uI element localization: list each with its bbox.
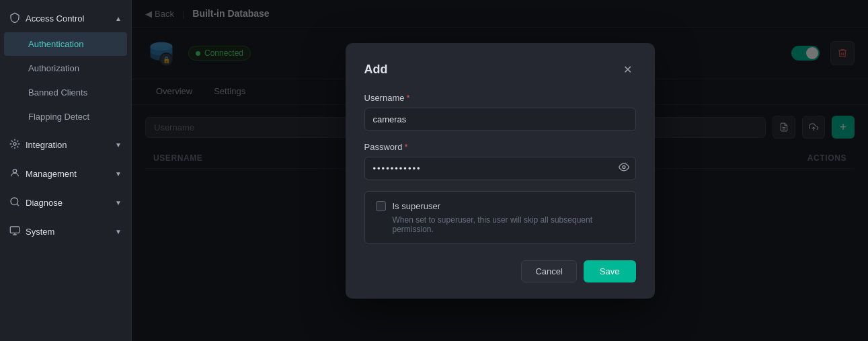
- chevron-down-icon-4: ▼: [115, 228, 122, 235]
- sidebar-section-access-control: Access Control ▲ Authentication Authoriz…: [0, 5, 131, 129]
- management-icon: [9, 167, 20, 180]
- sidebar-section-system: System ▼: [0, 219, 131, 245]
- chevron-down-icon-2: ▼: [115, 170, 122, 178]
- modal-header: Add ✕: [364, 62, 636, 78]
- svg-rect-3: [10, 227, 19, 233]
- sidebar-item-authentication[interactable]: Authentication: [4, 32, 127, 56]
- cancel-button[interactable]: Cancel: [521, 260, 576, 282]
- sidebar-group-management[interactable]: Management ▼: [0, 161, 131, 187]
- sidebar-group-label-diagnose: Diagnose: [26, 198, 63, 208]
- username-input[interactable]: [364, 108, 636, 131]
- svg-point-2: [11, 198, 18, 205]
- sidebar-item-flapping-detect[interactable]: Flapping Detect: [4, 105, 127, 128]
- main-content: ◀ Back | Built-in Database 🔒 Connected: [132, 0, 868, 341]
- password-input[interactable]: [364, 157, 636, 180]
- modal-close-button[interactable]: ✕: [620, 62, 636, 78]
- password-required-star: *: [405, 142, 408, 152]
- sidebar-group-diagnose[interactable]: Diagnose ▼: [0, 190, 131, 216]
- superuser-label: Is superuser: [393, 201, 441, 211]
- sidebar-group-label-integration: Integration: [26, 140, 67, 150]
- sidebar-item-authorization[interactable]: Authorization: [4, 56, 127, 80]
- password-wrap: [364, 157, 636, 180]
- superuser-box: Is superuser When set to superuser, this…: [364, 191, 636, 244]
- superuser-checkbox[interactable]: [376, 201, 386, 211]
- username-required-star: *: [406, 93, 409, 103]
- shield-icon: [9, 12, 20, 25]
- sidebar-group-label-management: Management: [26, 169, 77, 179]
- chevron-up-icon: ▲: [115, 15, 122, 22]
- svg-point-10: [623, 166, 625, 169]
- sidebar-item-banned-clients[interactable]: Banned Clients: [4, 81, 127, 104]
- add-modal: Add ✕ Username * Password *: [346, 43, 655, 299]
- sidebar-group-label-access-control: Access Control: [26, 13, 84, 24]
- sidebar-group-integration[interactable]: Integration ▼: [0, 132, 131, 158]
- password-label: Password *: [364, 142, 636, 152]
- save-button[interactable]: Save: [584, 260, 636, 282]
- chevron-down-icon-3: ▼: [115, 199, 122, 206]
- modal-footer: Cancel Save: [364, 260, 636, 282]
- chevron-down-icon: ▼: [115, 141, 122, 149]
- sidebar: Access Control ▲ Authentication Authoriz…: [0, 0, 132, 341]
- username-label: Username *: [364, 93, 636, 103]
- diagnose-icon: [9, 196, 20, 209]
- superuser-description: When set to superuser, this user will sk…: [376, 215, 625, 234]
- sidebar-section-diagnose: Diagnose ▼: [0, 190, 131, 216]
- system-icon: [9, 225, 20, 238]
- svg-point-0: [13, 143, 16, 145]
- sidebar-group-system[interactable]: System ▼: [0, 219, 131, 245]
- sidebar-section-integration: Integration ▼: [0, 132, 131, 158]
- modal-overlay: Add ✕ Username * Password *: [132, 0, 868, 341]
- sidebar-group-label-system: System: [26, 227, 54, 237]
- toggle-password-icon[interactable]: [619, 162, 629, 175]
- superuser-row: Is superuser: [376, 201, 625, 211]
- gear-icon: [9, 139, 20, 151]
- modal-title: Add: [364, 63, 388, 77]
- svg-point-1: [13, 169, 16, 173]
- sidebar-group-access-control[interactable]: Access Control ▲: [0, 5, 131, 32]
- sidebar-section-management: Management ▼: [0, 161, 131, 187]
